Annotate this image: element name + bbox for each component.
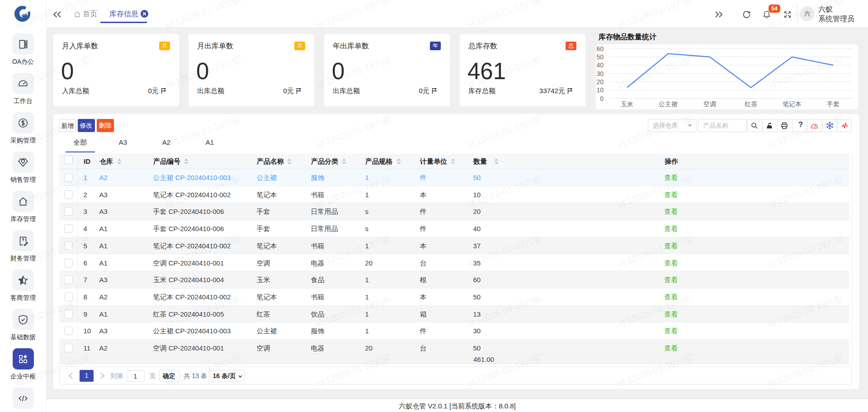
svg-text:50: 50 (596, 53, 604, 61)
svg-text:手套: 手套 (827, 100, 840, 108)
svg-text:40: 40 (596, 62, 604, 69)
svg-text:公主裙: 公主裙 (659, 100, 678, 108)
svg-text:60: 60 (596, 45, 604, 52)
svg-text:0: 0 (600, 95, 604, 102)
svg-text:红茶: 红茶 (745, 100, 757, 108)
svg-text:10: 10 (596, 86, 604, 94)
svg-text:20: 20 (596, 78, 604, 85)
svg-text:30: 30 (596, 70, 604, 77)
svg-text:笔记本: 笔记本 (783, 100, 802, 108)
svg-text:玉米: 玉米 (621, 100, 633, 108)
svg-text:空调: 空调 (703, 100, 716, 108)
